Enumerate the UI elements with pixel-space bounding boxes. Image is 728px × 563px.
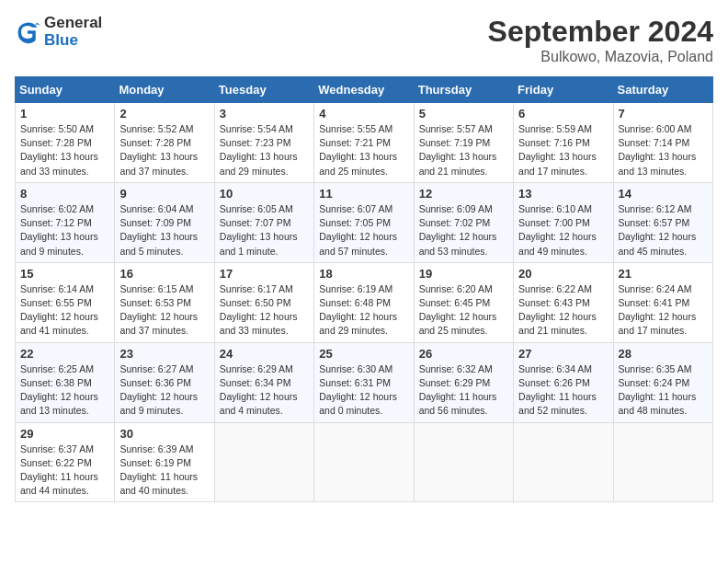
- col-header-friday: Friday: [514, 77, 613, 103]
- calendar-cell: [613, 422, 712, 502]
- day-info: Sunrise: 6:15 AMSunset: 6:53 PMDaylight:…: [119, 282, 209, 339]
- day-info: Sunrise: 6:20 AMSunset: 6:45 PMDaylight:…: [419, 282, 508, 339]
- day-info: Sunrise: 5:57 AMSunset: 7:19 PMDaylight:…: [419, 122, 508, 178]
- page-header: General Blue September 2024 Bulkowo, Maz…: [15, 15, 713, 65]
- day-number: 17: [220, 267, 309, 281]
- calendar-cell: 29Sunrise: 6:37 AMSunset: 6:22 PMDayligh…: [16, 422, 115, 502]
- calendar-cell: 22Sunrise: 6:25 AMSunset: 6:38 PMDayligh…: [16, 342, 115, 422]
- calendar-week-row: 29Sunrise: 6:37 AMSunset: 6:22 PMDayligh…: [16, 422, 713, 502]
- calendar-cell: 6Sunrise: 5:59 AMSunset: 7:16 PMDaylight…: [514, 103, 613, 183]
- title-block: September 2024 Bulkowo, Mazovia, Poland: [488, 15, 713, 65]
- logo-general-text: General: [44, 15, 102, 32]
- day-info: Sunrise: 6:12 AMSunset: 6:57 PMDaylight:…: [619, 202, 708, 259]
- day-number: 15: [20, 267, 109, 281]
- day-info: Sunrise: 6:34 AMSunset: 6:26 PMDaylight:…: [518, 362, 608, 419]
- calendar-cell: 23Sunrise: 6:27 AMSunset: 6:36 PMDayligh…: [115, 342, 214, 422]
- day-number: 10: [220, 187, 309, 201]
- day-info: Sunrise: 6:14 AMSunset: 6:55 PMDaylight:…: [20, 282, 109, 339]
- calendar-cell: 17Sunrise: 6:17 AMSunset: 6:50 PMDayligh…: [214, 262, 313, 342]
- calendar-week-row: 1Sunrise: 5:50 AMSunset: 7:28 PMDaylight…: [16, 103, 713, 183]
- day-number: 5: [419, 107, 508, 121]
- day-number: 27: [518, 347, 608, 361]
- day-info: Sunrise: 6:24 AMSunset: 6:41 PMDaylight:…: [619, 282, 708, 339]
- day-info: Sunrise: 5:59 AMSunset: 7:16 PMDaylight:…: [518, 122, 608, 178]
- calendar-cell: 16Sunrise: 6:15 AMSunset: 6:53 PMDayligh…: [115, 262, 214, 342]
- day-number: 23: [119, 347, 209, 361]
- calendar-cell: [314, 422, 414, 502]
- day-info: Sunrise: 5:55 AMSunset: 7:21 PMDaylight:…: [319, 122, 408, 178]
- calendar-cell: 18Sunrise: 6:19 AMSunset: 6:48 PMDayligh…: [314, 262, 414, 342]
- col-header-sunday: Sunday: [16, 77, 115, 103]
- page-title: September 2024: [488, 15, 713, 49]
- day-number: 28: [619, 347, 708, 361]
- calendar-cell: 30Sunrise: 6:39 AMSunset: 6:19 PMDayligh…: [115, 422, 214, 502]
- day-number: 19: [419, 267, 508, 281]
- day-info: Sunrise: 5:54 AMSunset: 7:23 PMDaylight:…: [220, 122, 309, 178]
- calendar-cell: 1Sunrise: 5:50 AMSunset: 7:28 PMDaylight…: [16, 103, 115, 183]
- day-number: 20: [518, 267, 608, 281]
- day-number: 16: [119, 267, 209, 281]
- calendar-cell: 21Sunrise: 6:24 AMSunset: 6:41 PMDayligh…: [613, 262, 712, 342]
- day-number: 26: [419, 347, 508, 361]
- day-info: Sunrise: 6:10 AMSunset: 7:00 PMDaylight:…: [518, 202, 608, 259]
- day-number: 22: [20, 347, 109, 361]
- day-info: Sunrise: 6:35 AMSunset: 6:24 PMDaylight:…: [619, 362, 708, 419]
- calendar-cell: 24Sunrise: 6:29 AMSunset: 6:34 PMDayligh…: [214, 342, 313, 422]
- calendar-cell: 25Sunrise: 6:30 AMSunset: 6:31 PMDayligh…: [314, 342, 414, 422]
- calendar-cell: 7Sunrise: 6:00 AMSunset: 7:14 PMDaylight…: [613, 103, 712, 183]
- calendar-cell: 8Sunrise: 6:02 AMSunset: 7:12 PMDaylight…: [16, 182, 115, 262]
- calendar-cell: [214, 422, 313, 502]
- calendar-cell: 15Sunrise: 6:14 AMSunset: 6:55 PMDayligh…: [16, 262, 115, 342]
- day-info: Sunrise: 6:22 AMSunset: 6:43 PMDaylight:…: [518, 282, 608, 339]
- day-info: Sunrise: 6:09 AMSunset: 7:02 PMDaylight:…: [419, 202, 508, 259]
- calendar-header-row: SundayMondayTuesdayWednesdayThursdayFrid…: [16, 77, 713, 103]
- day-info: Sunrise: 6:04 AMSunset: 7:09 PMDaylight:…: [119, 202, 209, 259]
- day-info: Sunrise: 6:17 AMSunset: 6:50 PMDaylight:…: [220, 282, 309, 339]
- logo-blue-text: Blue: [44, 32, 102, 50]
- day-info: Sunrise: 5:52 AMSunset: 7:28 PMDaylight:…: [119, 122, 209, 178]
- day-info: Sunrise: 6:30 AMSunset: 6:31 PMDaylight:…: [319, 362, 408, 419]
- day-info: Sunrise: 6:05 AMSunset: 7:07 PMDaylight:…: [220, 202, 309, 259]
- day-info: Sunrise: 6:39 AMSunset: 6:19 PMDaylight:…: [119, 442, 209, 499]
- calendar-cell: 10Sunrise: 6:05 AMSunset: 7:07 PMDayligh…: [214, 182, 313, 262]
- day-info: Sunrise: 6:19 AMSunset: 6:48 PMDaylight:…: [319, 282, 408, 339]
- day-number: 6: [518, 107, 608, 121]
- calendar-week-row: 15Sunrise: 6:14 AMSunset: 6:55 PMDayligh…: [16, 262, 713, 342]
- calendar-cell: 5Sunrise: 5:57 AMSunset: 7:19 PMDaylight…: [414, 103, 513, 183]
- calendar-table: SundayMondayTuesdayWednesdayThursdayFrid…: [15, 76, 713, 502]
- day-number: 7: [619, 107, 708, 121]
- day-number: 21: [619, 267, 708, 281]
- day-info: Sunrise: 6:00 AMSunset: 7:14 PMDaylight:…: [619, 122, 708, 178]
- day-info: Sunrise: 6:29 AMSunset: 6:34 PMDaylight:…: [220, 362, 309, 419]
- day-number: 13: [518, 187, 608, 201]
- col-header-wednesday: Wednesday: [314, 77, 414, 103]
- day-info: Sunrise: 6:25 AMSunset: 6:38 PMDaylight:…: [20, 362, 109, 419]
- calendar-cell: [514, 422, 613, 502]
- logo-icon: [15, 19, 40, 45]
- day-info: Sunrise: 6:37 AMSunset: 6:22 PMDaylight:…: [20, 442, 109, 499]
- day-info: Sunrise: 6:02 AMSunset: 7:12 PMDaylight:…: [20, 202, 109, 259]
- calendar-cell: 19Sunrise: 6:20 AMSunset: 6:45 PMDayligh…: [414, 262, 513, 342]
- col-header-monday: Monday: [115, 77, 214, 103]
- day-number: 3: [220, 107, 309, 121]
- calendar-cell: 20Sunrise: 6:22 AMSunset: 6:43 PMDayligh…: [514, 262, 613, 342]
- day-number: 18: [319, 267, 408, 281]
- day-number: 24: [220, 347, 309, 361]
- calendar-week-row: 22Sunrise: 6:25 AMSunset: 6:38 PMDayligh…: [16, 342, 713, 422]
- calendar-cell: 27Sunrise: 6:34 AMSunset: 6:26 PMDayligh…: [514, 342, 613, 422]
- day-number: 8: [20, 187, 109, 201]
- day-info: Sunrise: 6:27 AMSunset: 6:36 PMDaylight:…: [119, 362, 209, 419]
- calendar-cell: 13Sunrise: 6:10 AMSunset: 7:00 PMDayligh…: [514, 182, 613, 262]
- day-number: 11: [319, 187, 408, 201]
- day-info: Sunrise: 5:50 AMSunset: 7:28 PMDaylight:…: [20, 122, 109, 178]
- calendar-cell: 2Sunrise: 5:52 AMSunset: 7:28 PMDaylight…: [115, 103, 214, 183]
- calendar-cell: 28Sunrise: 6:35 AMSunset: 6:24 PMDayligh…: [613, 342, 712, 422]
- calendar-cell: 3Sunrise: 5:54 AMSunset: 7:23 PMDaylight…: [214, 103, 313, 183]
- col-header-tuesday: Tuesday: [214, 77, 313, 103]
- page-subtitle: Bulkowo, Mazovia, Poland: [488, 49, 713, 65]
- day-number: 12: [419, 187, 508, 201]
- col-header-thursday: Thursday: [414, 77, 513, 103]
- day-number: 9: [119, 187, 209, 201]
- day-number: 29: [20, 427, 109, 441]
- day-number: 25: [319, 347, 408, 361]
